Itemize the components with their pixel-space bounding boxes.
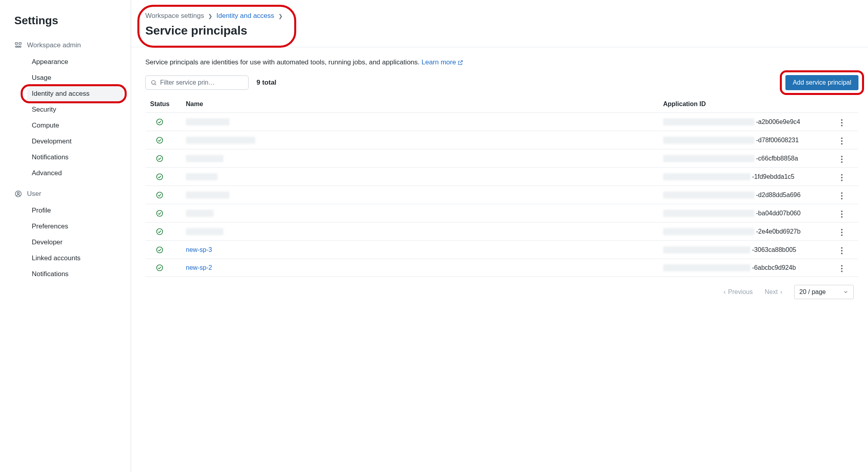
row-actions-menu-button[interactable] bbox=[839, 190, 845, 202]
sidebar-section-workspace-admin: Workspace admin bbox=[13, 38, 123, 52]
filter-input[interactable] bbox=[160, 79, 243, 86]
svg-point-16 bbox=[157, 265, 163, 271]
application-id-suffix: -6abcbc9d924b bbox=[752, 264, 796, 271]
status-active-icon bbox=[150, 118, 186, 126]
name-cell bbox=[186, 155, 663, 162]
application-id-suffix: -2e4e0bd6927b bbox=[756, 228, 800, 235]
status-active-icon bbox=[150, 228, 186, 236]
sidebar-item-notifications[interactable]: Notifications bbox=[27, 149, 123, 165]
sidebar-item-developer[interactable]: Developer bbox=[27, 234, 123, 250]
learn-more-link[interactable]: Learn more bbox=[422, 58, 464, 66]
svg-point-15 bbox=[157, 247, 163, 253]
page-description: Service principals are identities for us… bbox=[145, 58, 858, 66]
page-size-label: 20 / page bbox=[799, 288, 826, 296]
column-header-status[interactable]: Status bbox=[150, 101, 186, 108]
row-actions-menu-button[interactable] bbox=[839, 226, 845, 238]
previous-page-button[interactable]: ‹ Previous bbox=[723, 288, 753, 296]
chevron-left-icon: ‹ bbox=[723, 288, 725, 296]
sidebar-item-identity-and-access[interactable]: Identity and access bbox=[27, 86, 123, 102]
name-cell[interactable]: new-sp-2 bbox=[186, 264, 663, 271]
breadcrumb-item[interactable]: Identity and access bbox=[216, 12, 274, 20]
application-id-cell: -6abcbc9d924b bbox=[663, 264, 830, 271]
redacted-name bbox=[186, 192, 230, 199]
learn-more-label: Learn more bbox=[422, 58, 456, 66]
svg-point-8 bbox=[157, 119, 163, 125]
name-cell bbox=[186, 118, 663, 126]
status-active-icon bbox=[150, 155, 186, 162]
sidebar-item-appearance[interactable]: Appearance bbox=[27, 54, 123, 70]
page-title: Service principals bbox=[145, 24, 868, 37]
workspace-admin-icon bbox=[14, 41, 22, 49]
row-actions-menu-button[interactable] bbox=[839, 172, 845, 184]
sidebar-item-linked-accounts[interactable]: Linked accounts bbox=[27, 250, 123, 266]
table-row: new-sp-3-3063ca88b005 bbox=[145, 240, 858, 259]
application-id-suffix: -1fd9ebdda1c5 bbox=[752, 173, 795, 180]
redacted-app-id-prefix bbox=[663, 155, 754, 162]
application-id-cell: -2e4e0bd6927b bbox=[663, 228, 830, 235]
sidebar-item-advanced[interactable]: Advanced bbox=[27, 165, 123, 181]
sidebar-item-development[interactable]: Development bbox=[27, 133, 123, 149]
name-cell bbox=[186, 173, 663, 180]
sidebar-item-profile[interactable]: Profile bbox=[27, 203, 123, 219]
pagination: ‹ Previous Next › 20 / page bbox=[145, 277, 858, 299]
previous-label: Previous bbox=[728, 288, 753, 296]
application-id-cell: -d2d88dd5a696 bbox=[663, 192, 830, 199]
sidebar-section-label: User bbox=[27, 190, 41, 198]
add-service-principal-button[interactable]: Add service principal bbox=[785, 75, 858, 90]
name-cell bbox=[186, 136, 663, 144]
svg-point-3 bbox=[17, 46, 19, 47]
service-principal-link[interactable]: new-sp-2 bbox=[186, 264, 212, 271]
chevron-right-icon: ❯ bbox=[278, 13, 283, 19]
application-id-suffix: -d78f00608231 bbox=[756, 137, 799, 144]
svg-point-12 bbox=[157, 192, 163, 198]
application-id-cell: -3063ca88b005 bbox=[663, 246, 830, 253]
application-id-suffix: -a2b006e9e9c4 bbox=[756, 118, 800, 126]
total-count: 9 total bbox=[257, 79, 276, 87]
svg-point-6 bbox=[17, 192, 19, 194]
svg-point-14 bbox=[157, 228, 163, 234]
row-actions-menu-button[interactable] bbox=[839, 153, 845, 165]
row-actions-menu-button[interactable] bbox=[839, 135, 845, 147]
main-content: Workspace settings ❯ Identity and access… bbox=[131, 0, 868, 472]
service-principals-table: Status Name Application ID -a2b006e9e9c4… bbox=[145, 101, 858, 277]
redacted-app-id-prefix bbox=[663, 210, 754, 217]
sidebar-item-compute[interactable]: Compute bbox=[27, 118, 123, 133]
row-actions-menu-button[interactable] bbox=[839, 245, 845, 257]
redacted-name bbox=[186, 118, 230, 126]
svg-rect-1 bbox=[19, 43, 21, 44]
table-row: -c66cfbb8858a bbox=[145, 149, 858, 167]
highlight-annotation bbox=[21, 84, 127, 103]
user-icon bbox=[14, 190, 22, 198]
column-header-appid[interactable]: Application ID bbox=[663, 101, 830, 108]
column-header-name[interactable]: Name bbox=[186, 101, 663, 108]
service-principal-link[interactable]: new-sp-3 bbox=[186, 246, 212, 253]
sidebar-item-notifications[interactable]: Notifications bbox=[27, 266, 123, 282]
row-actions-menu-button[interactable] bbox=[839, 208, 845, 220]
application-id-cell: -a2b006e9e9c4 bbox=[663, 118, 830, 126]
page-size-select[interactable]: 20 / page bbox=[794, 285, 854, 299]
application-id-cell: -1fd9ebdda1c5 bbox=[663, 173, 830, 180]
name-cell[interactable]: new-sp-3 bbox=[186, 246, 663, 253]
sidebar-item-usage[interactable]: Usage bbox=[27, 70, 123, 86]
row-actions-menu-button[interactable] bbox=[839, 263, 845, 275]
table-row: -a2b006e9e9c4 bbox=[145, 112, 858, 131]
redacted-name bbox=[186, 155, 224, 162]
svg-point-13 bbox=[157, 210, 163, 216]
settings-sidebar: Settings Workspace admin AppearanceUsage… bbox=[0, 0, 131, 472]
sidebar-item-preferences[interactable]: Preferences bbox=[27, 219, 123, 234]
description-text: Service principals are identities for us… bbox=[145, 58, 422, 66]
name-cell bbox=[186, 191, 663, 199]
sidebar-section-user: User bbox=[13, 187, 123, 201]
table-row: -ba04dd07b060 bbox=[145, 204, 858, 222]
redacted-name bbox=[186, 173, 218, 180]
svg-rect-0 bbox=[15, 43, 18, 44]
filter-input-wrapper[interactable] bbox=[145, 75, 249, 90]
sidebar-item-security[interactable]: Security bbox=[27, 102, 123, 118]
redacted-app-id-prefix bbox=[663, 173, 750, 180]
svg-point-4 bbox=[19, 46, 21, 47]
breadcrumb-item[interactable]: Workspace settings bbox=[145, 12, 204, 20]
row-actions-menu-button[interactable] bbox=[839, 117, 845, 129]
table-row: -1fd9ebdda1c5 bbox=[145, 167, 858, 186]
search-icon bbox=[150, 79, 157, 86]
next-page-button[interactable]: Next › bbox=[765, 288, 782, 296]
